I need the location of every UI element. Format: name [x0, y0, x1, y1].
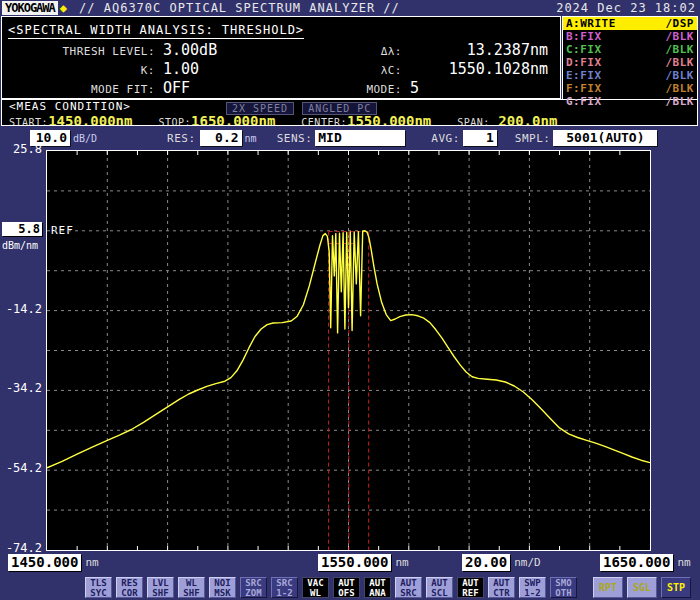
softkey-label: SRC	[241, 578, 266, 588]
softkey-label: OFS	[334, 588, 359, 598]
softkey-rpt[interactable]: RPT	[593, 577, 623, 598]
trace-status: /DSP	[666, 17, 695, 30]
softkey-label: ANA	[365, 588, 390, 598]
softkey-label: WL	[179, 578, 204, 588]
analysis-field-label: K:	[8, 64, 163, 77]
trace-name: D:FIX	[566, 56, 602, 69]
softkey-label: SWP	[520, 578, 545, 588]
softkey-label: SYC	[86, 588, 111, 598]
softkey-label: OTH	[551, 588, 576, 598]
softkey-aut-ofs[interactable]: AUTOFS	[333, 577, 360, 598]
y-axis-unit-label: dBm/nm	[2, 240, 38, 251]
meas-field-label: CENTER:	[301, 117, 347, 126]
softkey-wl-shf[interactable]: WLSHF	[178, 577, 205, 598]
softkey-res-cor[interactable]: RESCOR	[116, 577, 143, 598]
meas-field-value[interactable]: 1450.000nm	[48, 113, 132, 126]
softkey-vac-wl[interactable]: VACWL	[302, 577, 329, 598]
softkey-swp-1-2[interactable]: SWP1-2	[519, 577, 546, 598]
softkey-label: AUT	[396, 578, 421, 588]
average-value[interactable]: 1	[463, 130, 497, 146]
softkey-aut-ref[interactable]: AUTREF	[457, 577, 484, 598]
trace-row-f[interactable]: F:FIX/BLK	[563, 82, 697, 95]
meas-field-value[interactable]: 200.0nm	[490, 113, 557, 126]
analysis-field-value: 13.2387nm	[410, 41, 548, 59]
x-start-value[interactable]: 1450.000	[8, 554, 81, 571]
sensitivity-label: SENS:	[277, 132, 313, 145]
sensitivity-value[interactable]: MID	[315, 130, 405, 146]
settings-row: 10.0 dB/D RES: 0.2 nm SENS: MID AVG: 1 S…	[0, 127, 700, 149]
x-center-unit: nm	[395, 556, 408, 569]
softkey-label: AUT	[334, 578, 359, 588]
trace-status: /BLK	[666, 95, 695, 108]
softkey-aut-ana[interactable]: AUTANA	[364, 577, 391, 598]
analysis-field-label: THRESH LEVEL:	[8, 45, 163, 58]
osa-screen: YOKOGAWA ◆ // AQ6370C OPTICAL SPECTRUM A…	[0, 0, 700, 600]
trace-status: /BLK	[666, 43, 695, 56]
top-bar: YOKOGAWA ◆ // AQ6370C OPTICAL SPECTRUM A…	[0, 0, 700, 16]
analysis-field-value: OFF	[163, 79, 298, 97]
resolution-unit: nm	[245, 133, 257, 144]
trace-row-b[interactable]: B:FIX/BLK	[563, 30, 697, 43]
trace-name: B:FIX	[566, 30, 602, 43]
sampling-value[interactable]: 5001(AUTO)	[553, 130, 657, 146]
x-start-item: 1450.000 nm	[8, 554, 99, 571]
datetime-display: 2024 Dec 23 18:02	[556, 1, 696, 15]
softkey-noi-msk[interactable]: NOIMSK	[209, 577, 236, 598]
x-division-unit: nm/D	[514, 556, 541, 569]
app-title: // AQ6370C OPTICAL SPECTRUM ANALYZER //	[79, 1, 400, 15]
softkey-lvl-shf[interactable]: LVLSHF	[147, 577, 174, 598]
average-label: AVG:	[431, 132, 460, 145]
trace-name: E:FIX	[566, 69, 602, 82]
softkey-label: REF	[458, 588, 483, 598]
softkey-label: SRC	[272, 578, 297, 588]
meas-field-value[interactable]: 1550.000nm	[347, 113, 431, 126]
trace-row-a[interactable]: A:WRITE/DSP	[563, 17, 697, 30]
softkey-label: SCL	[427, 588, 452, 598]
trace-status: /BLK	[666, 69, 695, 82]
x-division-item: 20.00 nm/D	[462, 554, 541, 571]
softkey-aut-src[interactable]: AUTSRC	[395, 577, 422, 598]
spectrum-canvas	[47, 151, 650, 550]
resolution-value[interactable]: 0.2	[200, 130, 242, 146]
softkey-label: TLS	[86, 578, 111, 588]
logo-diamond-icon: ◆	[60, 1, 67, 15]
sampling-label: SMPL:	[515, 132, 551, 145]
softkey-src-zom[interactable]: SRCZOM	[240, 577, 267, 598]
softkey-sgl[interactable]: SGL	[627, 577, 657, 598]
meas-condition-title: <MEAS CONDITION>	[9, 100, 131, 113]
softkey-smo-oth[interactable]: SMOOTH	[550, 577, 577, 598]
analysis-panel-title: <SPECTRAL WIDTH ANALYSIS: THRESHOLD>	[8, 23, 304, 39]
trace-row-e[interactable]: E:FIX/BLK	[563, 69, 697, 82]
analysis-field-value: 3.00dB	[163, 41, 298, 59]
softkey-toolbar: TLSSYCRESCORLVLSHFWLSHFNOIMSKSRCZOMSRC1-…	[85, 577, 691, 598]
x-division-value[interactable]: 20.00	[462, 554, 510, 571]
softkey-aut-ctr[interactable]: AUTCTR	[488, 577, 515, 598]
analysis-results: THRESH LEVEL:3.00dBΔλ:13.2387nmK:1.00λC:…	[8, 41, 554, 97]
softkey-label: 1-2	[272, 588, 297, 598]
y-axis-tick-label: -54.2	[0, 461, 42, 475]
softkey-src-1-2[interactable]: SRC1-2	[271, 577, 298, 598]
softkey-aut-scl[interactable]: AUTSCL	[426, 577, 453, 598]
y-axis-tick-label: 25.8	[0, 142, 42, 156]
softkey-label: 1-2	[520, 588, 545, 598]
spectral-width-analysis-panel: <SPECTRAL WIDTH ANALYSIS: THRESHOLD> THR…	[1, 16, 561, 99]
trace-row-d[interactable]: D:FIX/BLK	[563, 56, 697, 69]
softkey-stp[interactable]: STP	[661, 577, 691, 598]
x-start-unit: nm	[85, 556, 98, 569]
resolution-label: RES:	[167, 132, 196, 145]
x-end-value[interactable]: 1650.000	[600, 554, 673, 571]
softkey-label: AUT	[489, 578, 514, 588]
y-axis-tick-label: -34.2	[0, 381, 42, 395]
analysis-field-value: 5	[410, 79, 548, 97]
trace-row-g[interactable]: G:FIX/BLK	[563, 95, 697, 108]
softkey-label: AUT	[365, 578, 390, 588]
softkey-label: RES	[117, 578, 142, 588]
meas-field-value[interactable]: 1650.000nm	[191, 113, 275, 126]
trace-row-c[interactable]: C:FIX/BLK	[563, 43, 697, 56]
x-center-value[interactable]: 1550.000	[318, 554, 391, 571]
trace-status: /BLK	[666, 56, 695, 69]
softkey-tls-syc[interactable]: TLSSYC	[85, 577, 112, 598]
softkey-label: COR	[117, 588, 142, 598]
analysis-field-value: 1.00	[163, 60, 298, 78]
spectrum-plot-area: REF	[46, 150, 651, 551]
